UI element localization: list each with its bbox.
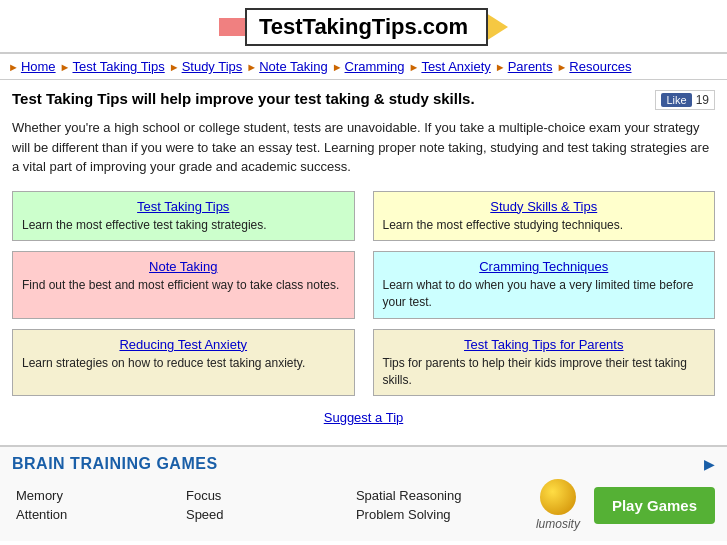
brain-word-memory: Memory [12, 487, 182, 504]
nav-item-note-taking[interactable]: ► Note Taking [246, 59, 327, 74]
card-title-reducing-anxiety[interactable]: Reducing Test Anxiety [22, 337, 345, 352]
nav-item-test-anxiety[interactable]: ► Test Anxiety [409, 59, 491, 74]
like-count: 19 [696, 93, 709, 107]
card-title-cramming[interactable]: Cramming Techniques [383, 259, 706, 274]
card-title-test-taking-tips[interactable]: Test Taking Tips [22, 199, 345, 214]
brain-word-focus: Focus [182, 487, 352, 504]
card-desc-cramming: Learn what to do when you have a very li… [383, 278, 694, 309]
card-desc-test-taking-tips: Learn the most effective test taking str… [22, 218, 267, 232]
nav-item-study-tips[interactable]: ► Study Tips [169, 59, 243, 74]
nav-arrow-icon: ► [60, 61, 71, 73]
brain-content: Memory Focus Spatial Reasoning Attention… [12, 479, 715, 531]
brain-word-problem: Problem Solving [352, 506, 522, 523]
pencil-tip-icon [486, 13, 508, 41]
nav-arrow-icon: ► [409, 61, 420, 73]
nav-arrow-icon: ► [8, 61, 19, 73]
nav-item-home[interactable]: ► Home [8, 59, 56, 74]
nav-arrow-icon: ► [246, 61, 257, 73]
site-header: TestTakingTips.com [0, 0, 727, 54]
card-parents: Test Taking Tips for Parents Tips for pa… [373, 329, 716, 397]
brain-word-speed: Speed [182, 506, 352, 523]
like-button[interactable]: Like [661, 93, 691, 107]
card-test-taking-tips: Test Taking Tips Learn the most effectiv… [12, 191, 355, 242]
pencil-eraser-icon [219, 18, 247, 36]
nav-bar: ► Home ► Test Taking Tips ► Study Tips ►… [0, 54, 727, 80]
card-title-study-skills[interactable]: Study Skills & Tips [383, 199, 706, 214]
nav-item-test-taking-tips[interactable]: ► Test Taking Tips [60, 59, 165, 74]
card-title-parents[interactable]: Test Taking Tips for Parents [383, 337, 706, 352]
card-desc-note-taking: Find out the best and most efficient way… [22, 278, 339, 292]
brain-word-spatial: Spatial Reasoning [352, 487, 522, 504]
card-study-skills: Study Skills & Tips Learn the most effec… [373, 191, 716, 242]
lumosity-ball-icon [540, 479, 576, 515]
nav-arrow-icon: ► [332, 61, 343, 73]
intro-paragraph: Whether you're a high school or college … [12, 118, 715, 177]
brain-training-title: BRAIN TRAINING GAMES [12, 455, 218, 473]
card-desc-parents: Tips for parents to help their kids impr… [383, 356, 687, 387]
brain-word-attention: Attention [12, 506, 182, 523]
brain-words: Memory Focus Spatial Reasoning Attention… [12, 487, 522, 523]
brain-banner-header: BRAIN TRAINING GAMES ▶ [12, 455, 715, 473]
site-title: TestTakingTips.com [245, 8, 488, 46]
card-title-note-taking[interactable]: Note Taking [22, 259, 345, 274]
main-content: Test Taking Tips will help improve your … [0, 80, 727, 445]
title-row: Test Taking Tips will help improve your … [12, 90, 715, 110]
nav-arrow-icon: ► [169, 61, 180, 73]
play-games-button[interactable]: Play Games [594, 487, 715, 524]
cards-grid: Test Taking Tips Learn the most effectiv… [12, 191, 715, 397]
card-note-taking: Note Taking Find out the best and most e… [12, 251, 355, 319]
card-desc-study-skills: Learn the most effective studying techni… [383, 218, 624, 232]
nav-item-parents[interactable]: ► Parents [495, 59, 553, 74]
suggest-row: Suggest a Tip [12, 410, 715, 425]
lumosity-logo: lumosity [536, 479, 580, 531]
lumosity-text: lumosity [536, 517, 580, 531]
nav-item-resources[interactable]: ► Resources [556, 59, 631, 74]
ad-icon: ▶ [704, 456, 715, 472]
suggest-link[interactable]: Suggest a Tip [324, 410, 404, 425]
card-cramming: Cramming Techniques Learn what to do whe… [373, 251, 716, 319]
like-box: Like 19 [655, 90, 715, 110]
page-title: Test Taking Tips will help improve your … [12, 90, 475, 107]
brain-training-banner: BRAIN TRAINING GAMES ▶ Memory Focus Spat… [0, 445, 727, 541]
nav-arrow-icon: ► [495, 61, 506, 73]
nav-arrow-icon: ► [556, 61, 567, 73]
nav-item-cramming[interactable]: ► Cramming [332, 59, 405, 74]
card-reducing-anxiety: Reducing Test Anxiety Learn strategies o… [12, 329, 355, 397]
card-desc-reducing-anxiety: Learn strategies on how to reduce test t… [22, 356, 305, 370]
